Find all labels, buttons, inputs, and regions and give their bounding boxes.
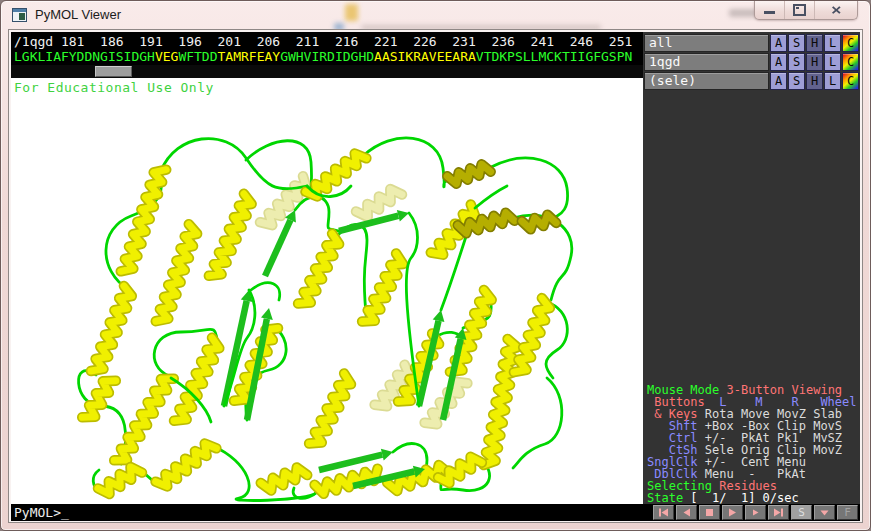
sequence-segment[interactable]: WFTDD <box>178 49 217 64</box>
skip-to-start-button[interactable] <box>653 505 674 520</box>
maximize-button[interactable] <box>785 1 815 19</box>
sequence-ruler: /1qgd 181 186 191 196 201 206 211 216 22… <box>11 32 643 50</box>
sequence-scrollbar-thumb[interactable] <box>95 66 132 77</box>
command-bar: PyMOL>_ SF <box>11 504 860 521</box>
sequence-segment[interactable]: LGKLIAFYDDNGISIDGH <box>14 49 155 64</box>
play-button[interactable] <box>722 505 743 520</box>
label-menu-button[interactable]: L <box>824 72 841 90</box>
skip-start-icon <box>657 507 670 518</box>
color-menu-button[interactable]: C <box>842 34 859 52</box>
action-menu-button[interactable]: A <box>770 72 787 90</box>
minimize-icon <box>764 11 775 14</box>
object-row-all: allASHLC <box>644 34 859 52</box>
sequence-text[interactable]: LGKLIAFYDDNGISIDGHVEGWFTDDTAMRFEAYGWHVIR… <box>11 50 643 64</box>
command-prompt[interactable]: PyMOL>_ <box>11 505 69 520</box>
hide-menu-button[interactable]: H <box>806 34 823 52</box>
protein-structure <box>11 78 643 504</box>
object-row-1qgd: 1qgdASHLC <box>644 53 859 71</box>
desktop-artifact <box>334 23 344 30</box>
sequence-segment[interactable]: VEG <box>155 49 178 64</box>
mouse-mode-panel[interactable]: Mouse Mode 3-Button Viewing Buttons L M … <box>643 384 860 504</box>
sequence-scrollbar[interactable] <box>11 65 643 78</box>
s-button[interactable]: S <box>791 505 812 520</box>
close-button[interactable]: × <box>815 1 857 19</box>
window-title: PyMOL Viewer <box>35 7 121 22</box>
label-menu-button[interactable]: L <box>824 34 841 52</box>
menu-down-icon <box>818 507 831 518</box>
color-menu-button[interactable]: C <box>842 72 859 90</box>
titlebar[interactable]: PyMOL Viewer × <box>1 1 870 30</box>
show-menu-button[interactable]: S <box>788 72 805 90</box>
object-label[interactable]: (sele) <box>644 72 769 90</box>
step-back-button[interactable] <box>676 505 697 520</box>
desktop-artifact <box>345 4 358 21</box>
maximize-icon <box>793 4 806 16</box>
show-menu-button[interactable]: S <box>788 53 805 71</box>
playback-controls: SF <box>653 505 860 520</box>
step-back-icon <box>680 507 693 518</box>
skip-to-end-button[interactable] <box>768 505 789 520</box>
side-panel: allASHLC1qgdASHLC(sele)ASHLC Mouse Mode … <box>643 32 860 504</box>
sequence-bar: /1qgd 181 186 191 196 201 206 211 216 22… <box>11 32 643 78</box>
mouse-panel-line: State [ 1/ 1] 0/sec <box>647 492 860 504</box>
color-menu-button[interactable]: C <box>842 53 859 71</box>
object-row-sele: (sele)ASHLC <box>644 72 859 90</box>
sequence-segment[interactable]: TAMRFEAY <box>218 49 281 64</box>
hide-menu-button[interactable]: H <box>806 53 823 71</box>
step-forward-button[interactable] <box>745 505 766 520</box>
show-menu-button[interactable]: S <box>788 34 805 52</box>
stop-icon <box>703 507 716 518</box>
f-button[interactable]: F <box>837 505 858 520</box>
sequence-segment[interactable]: VTDKPSLLMCKTIIGFGSPN <box>476 49 633 64</box>
menu-button[interactable] <box>814 505 835 520</box>
sequence-segment[interactable]: AASIKRAVEEARA <box>374 49 476 64</box>
action-menu-button[interactable]: A <box>770 34 787 52</box>
object-list: allASHLC1qgdASHLC(sele)ASHLC <box>643 32 860 90</box>
step-fwd-icon <box>749 507 762 518</box>
hide-menu-button[interactable]: H <box>806 72 823 90</box>
label-menu-button[interactable]: L <box>824 53 841 71</box>
close-icon: × <box>831 2 841 17</box>
action-menu-button[interactable]: A <box>770 53 787 71</box>
app-icon[interactable] <box>12 8 27 22</box>
minimize-button[interactable] <box>755 1 785 19</box>
pymol-window: PyMOL Viewer × /1qgd 181 186 191 196 201… <box>0 0 871 531</box>
skip-end-icon <box>772 507 785 518</box>
stop-button[interactable] <box>699 505 720 520</box>
window-content: /1qgd 181 186 191 196 201 206 211 216 22… <box>9 30 862 522</box>
object-label[interactable]: 1qgd <box>644 53 769 71</box>
object-label[interactable]: all <box>644 34 769 52</box>
sequence-segment[interactable]: GWHVIRDIDGHD <box>280 49 374 64</box>
play-icon <box>726 507 739 518</box>
watermark: For Educational Use Only <box>14 80 214 95</box>
window-controls: × <box>754 1 858 20</box>
viewport-3d[interactable]: For Educational Use Only <box>11 78 643 504</box>
